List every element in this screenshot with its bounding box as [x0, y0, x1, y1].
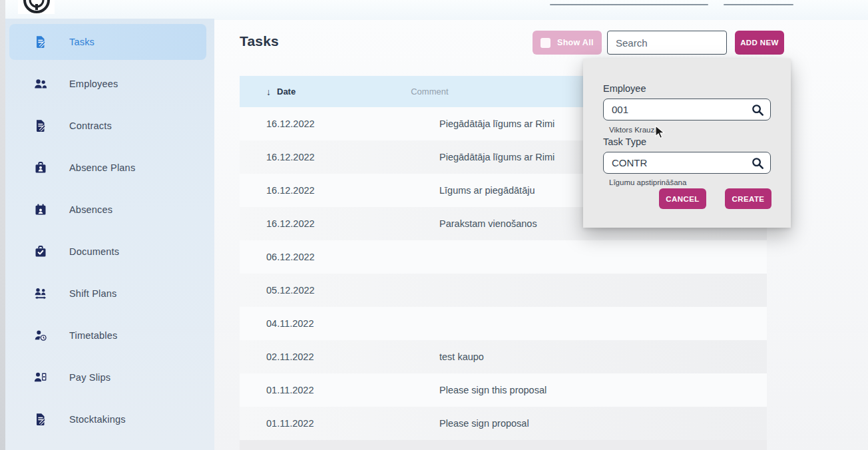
table-row[interactable]: 06.12.2022	[240, 240, 767, 274]
sidebar: Tasks Employees Contracts Absence Plans …	[5, 19, 214, 450]
search-icon[interactable]	[752, 104, 764, 116]
search-icon[interactable]	[752, 157, 764, 170]
sidebar-item-label: Absences	[69, 204, 112, 215]
task-date-cell: 05.12.2022	[266, 285, 439, 296]
task-date-cell: 16.12.2022	[266, 185, 439, 196]
logo-emblem-icon	[22, 0, 51, 14]
table-header-date[interactable]: ↓ Date	[266, 87, 296, 97]
sidebar-item-absence-plans[interactable]: Absence Plans	[9, 150, 206, 186]
table-header-comment: Comment	[411, 87, 448, 97]
sidebar-item-absences[interactable]: Absences	[9, 192, 206, 228]
sidebar-item-tasks[interactable]: Tasks	[9, 24, 206, 60]
add-task-popup: Employee Viktors Krauza Task Type Līgumu…	[583, 59, 791, 228]
task-date-cell: 04.11.2022	[266, 318, 439, 329]
search-input[interactable]	[607, 31, 727, 55]
employee-search-field[interactable]	[603, 99, 771, 120]
document-edit-icon	[33, 412, 48, 427]
sidebar-item-label: Documents	[69, 246, 119, 257]
add-new-button[interactable]: ADD NEW	[735, 31, 784, 55]
employee-helper-text: Viktors Krauza	[609, 126, 659, 134]
topbar	[5, 0, 868, 20]
sidebar-item-label: Contracts	[69, 120, 112, 131]
cancel-button[interactable]: CANCEL	[659, 188, 706, 209]
window-edge-strip	[0, 0, 5, 450]
show-all-checkbox[interactable]	[541, 38, 550, 48]
sidebar-item-label: Stocktakings	[69, 414, 126, 425]
task-date-cell: 02.11.2022	[266, 351, 439, 362]
task-comment-cell: Piegādātāja līgums ar Rimi	[439, 152, 554, 162]
create-button[interactable]: CREATE	[725, 188, 771, 209]
sidebar-item-label: Pay Slips	[69, 372, 110, 383]
sidebar-item-employees[interactable]: Employees	[9, 66, 206, 102]
task-type-field-label: Task Type	[603, 136, 646, 147]
table-row[interactable]: 05.12.2022	[240, 274, 767, 307]
table-row[interactable]: 04.11.2022	[240, 307, 767, 340]
task-date-cell: 01.11.2022	[266, 418, 439, 429]
task-comment-cell: Piegādātāja līgums ar Rimi	[439, 118, 554, 129]
task-comment-cell: test kaupo	[439, 351, 484, 362]
sidebar-item-label: Absence Plans	[69, 162, 135, 173]
employee-field-label: Employee	[603, 83, 646, 94]
task-comment-cell: Parakstam vienošanos	[439, 218, 537, 229]
sidebar-item-timetables[interactable]: Timetables	[9, 318, 206, 353]
sidebar-item-label: Shift Plans	[69, 288, 117, 299]
task-date-cell: 16.12.2022	[266, 218, 439, 229]
table-row[interactable]: 02.11.2022 test kaupo	[240, 340, 767, 373]
show-all-toggle-button[interactable]: Show All	[533, 31, 602, 55]
sidebar-item-documents[interactable]: Documents	[9, 234, 206, 270]
table-row[interactable]: 01.11.2022 Please sign proposal	[240, 407, 767, 440]
people-shift-icon	[33, 286, 48, 301]
task-comment-cell: Please sign proposal	[439, 418, 529, 429]
topbar-field-underline	[724, 4, 793, 5]
sidebar-item-label: Timetables	[69, 330, 117, 341]
document-edit-icon	[33, 118, 48, 133]
person-clock-icon	[33, 328, 48, 343]
task-date-cell: 06.12.2022	[266, 252, 439, 262]
task-comment-cell: Please sign this proposal	[439, 385, 546, 395]
task-date-cell: 16.12.2022	[266, 118, 439, 129]
topbar-field-underline	[550, 4, 708, 5]
show-all-label: Show All	[557, 38, 594, 47]
person-payslip-icon	[33, 370, 48, 385]
table-row-partial	[240, 440, 767, 450]
table-row[interactable]: 01.11.2022 Please sign this proposal	[240, 373, 767, 407]
app-logo[interactable]	[18, 0, 55, 14]
sidebar-item-pay-slips[interactable]: Pay Slips	[9, 359, 206, 395]
page-title: Tasks	[240, 33, 279, 49]
sidebar-item-label: Employees	[69, 79, 118, 89]
briefcase-person-icon	[33, 160, 48, 175]
sidebar-item-label: Tasks	[69, 37, 95, 47]
task-type-helper-text: Līgumu apstiprināšana	[609, 178, 686, 186]
sidebar-item-stocktakings[interactable]: Stocktakings	[9, 401, 206, 437]
document-edit-icon	[33, 35, 48, 49]
briefcase-check-icon	[33, 244, 48, 259]
sidebar-item-contracts[interactable]: Contracts	[9, 108, 206, 144]
task-comment-cell: Līgums ar piegādātāju	[439, 185, 535, 196]
task-date-cell: 16.12.2022	[266, 152, 439, 162]
calendar-person-icon	[33, 202, 48, 217]
sort-descending-icon: ↓	[266, 87, 271, 97]
task-type-search-field[interactable]	[603, 152, 771, 174]
sidebar-item-shift-plans[interactable]: Shift Plans	[9, 276, 206, 312]
people-icon	[33, 77, 48, 91]
table-header-date-label: Date	[277, 87, 296, 97]
task-date-cell: 01.11.2022	[266, 385, 439, 395]
